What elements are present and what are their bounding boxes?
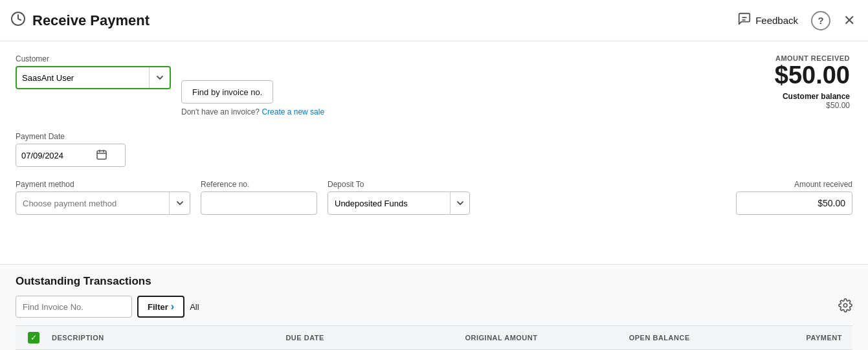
customer-balance-label: Customer balance [775, 92, 850, 101]
table-header-check[interactable]: ✓ [21, 332, 47, 344]
payment-method-wrapper [16, 191, 190, 215]
header-right: Feedback ? ✕ [737, 11, 855, 30]
customer-balance-value: $50.00 [775, 101, 850, 110]
reference-no-input[interactable] [201, 191, 317, 215]
find-invoice-input[interactable] [16, 296, 132, 318]
column-header-payment: PAYMENT [703, 334, 847, 342]
invoice-hint: Don't have an invoice? Create a new sale [181, 107, 324, 116]
feedback-icon [737, 12, 751, 29]
amount-received-field: Amount received [736, 180, 852, 215]
table-header: ✓ DESCRIPTION DUE DATE ORIGINAL AMOUNT O… [16, 325, 852, 350]
filter-label: Filter [148, 302, 168, 312]
deposit-to-input[interactable] [328, 199, 450, 208]
payment-date-field: Payment Date [16, 132, 126, 167]
payment-details-row: Payment method Reference no. Deposit To [16, 180, 852, 215]
find-invoice-wrapper: Find by invoice no. Don't have an invoic… [181, 67, 324, 116]
column-header-due-date: DUE DATE [280, 334, 398, 342]
payment-method-field: Payment method [16, 180, 190, 215]
amount-received-value: $50.00 [775, 62, 850, 89]
filter-chevron-icon: › [171, 301, 174, 312]
customer-input-wrapper [16, 66, 171, 89]
page-title: Receive Payment [32, 12, 150, 29]
amount-section: AMOUNT RECEIVED $50.00 Customer balance … [775, 54, 852, 110]
payment-date-row: Payment Date [16, 132, 852, 167]
date-input[interactable] [21, 151, 93, 160]
help-icon: ? [818, 15, 823, 26]
header-left: Receive Payment [10, 11, 150, 30]
svg-point-7 [843, 303, 847, 307]
deposit-to-label: Deposit To [328, 180, 470, 189]
receive-payment-modal: Receive Payment Feedback ? ✕ [0, 0, 868, 350]
date-input-wrapper [16, 144, 126, 167]
column-header-original-amount: ORIGINAL AMOUNT [398, 334, 550, 342]
top-form: Customer Find by invoice no. Don't have … [16, 54, 852, 116]
payment-method-input[interactable] [16, 199, 169, 208]
outstanding-transactions-title: Outstanding Transactions [16, 275, 852, 288]
help-button[interactable]: ? [811, 11, 830, 30]
svg-rect-3 [97, 151, 106, 159]
payment-date-label: Payment Date [16, 132, 126, 141]
close-icon: ✕ [843, 12, 855, 28]
outstanding-controls: Filter › All [16, 296, 852, 318]
customer-field-group: Customer [16, 54, 171, 89]
reference-no-field: Reference no. [201, 180, 317, 215]
all-filter-link[interactable]: All [190, 302, 199, 312]
customer-input[interactable] [17, 73, 149, 83]
select-all-checkbox[interactable]: ✓ [28, 332, 39, 344]
create-new-sale-link[interactable]: Create a new sale [262, 107, 324, 116]
payment-method-label: Payment method [16, 180, 190, 189]
feedback-label: Feedback [755, 15, 798, 26]
deposit-to-field: Deposit To [328, 180, 470, 215]
feedback-button[interactable]: Feedback [737, 12, 798, 29]
amount-received-input[interactable] [736, 191, 852, 215]
amount-received-label: Amount received [794, 180, 852, 189]
payment-method-dropdown-arrow[interactable] [169, 192, 190, 214]
find-by-invoice-button[interactable]: Find by invoice no. [181, 80, 273, 104]
column-header-description: DESCRIPTION [47, 334, 280, 342]
outstanding-transactions-section: Outstanding Transactions Filter › All ✓ … [0, 264, 868, 350]
deposit-to-wrapper [328, 191, 470, 215]
customer-dropdown-arrow[interactable] [149, 67, 170, 88]
invoice-hint-text: Don't have an invoice? [181, 107, 260, 116]
filter-button[interactable]: Filter › [137, 296, 184, 318]
clock-icon [10, 11, 26, 30]
close-button[interactable]: ✕ [843, 14, 855, 28]
modal-header: Receive Payment Feedback ? ✕ [0, 0, 868, 41]
column-header-open-balance: OPEN BALANCE [550, 334, 702, 342]
settings-gear-button[interactable] [838, 298, 852, 316]
calendar-icon[interactable] [96, 149, 107, 162]
deposit-to-dropdown-arrow[interactable] [450, 192, 469, 214]
reference-no-label: Reference no. [201, 180, 317, 189]
customer-label: Customer [16, 54, 171, 63]
modal-body: Customer Find by invoice no. Don't have … [0, 41, 868, 264]
